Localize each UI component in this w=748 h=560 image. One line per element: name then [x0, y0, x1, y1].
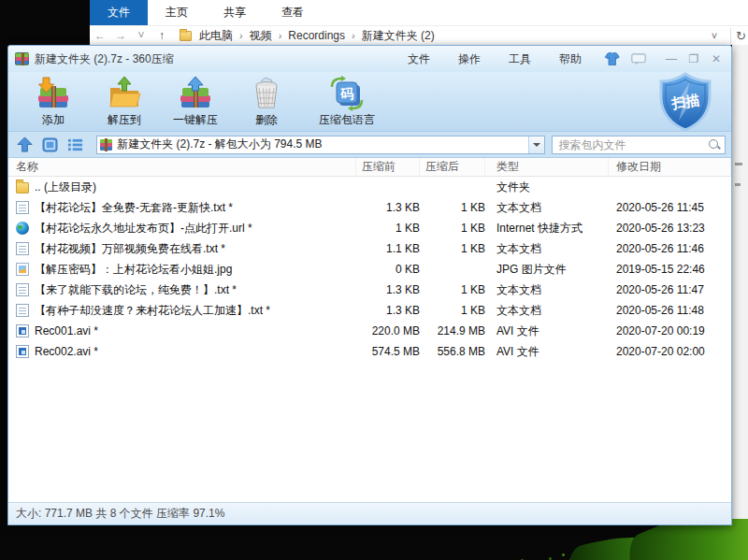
search-input[interactable] [558, 138, 708, 151]
skin-shirt-icon[interactable] [603, 52, 620, 66]
extract-to-icon [107, 76, 142, 111]
file-row[interactable]: 【村花论坛永久地址发布页】-点此打开.url * 1 KB 1 KB Inter… [8, 218, 731, 238]
breadcrumb-item[interactable]: Recordings [288, 29, 345, 42]
size-after: 214.9 MB [420, 324, 485, 337]
file-name: .. (上级目录) [35, 179, 96, 195]
size-after: 1 KB [420, 283, 485, 296]
file-type-icon [16, 283, 29, 296]
add-to-archive-icon [36, 76, 71, 111]
one-click-extract-icon [178, 76, 213, 111]
extract-to-button-label: 解压到 [108, 112, 141, 128]
minimize-icon[interactable]: — [665, 52, 678, 65]
scan-shield-icon: 扫描 [649, 72, 722, 132]
column-header-type[interactable]: 类型 [485, 158, 609, 176]
archive-search-box [552, 136, 726, 154]
status-bar: 大小: 771.7 MB 共 8 个文件 压缩率 97.1% [8, 502, 731, 524]
archive-nav-row: 新建文件夹 (2).7z - 解包大小为 794.5 MB [8, 132, 731, 158]
view-mode-icon[interactable] [41, 136, 60, 153]
extract-to-button[interactable]: 解压到 [91, 75, 158, 129]
add-button[interactable]: 添加 [20, 75, 87, 129]
size-before: 1.3 KB [356, 201, 420, 214]
modified-date: 2019-05-15 22:46 [609, 263, 731, 276]
column-header-after[interactable]: 压缩后 [420, 158, 485, 176]
file-type: 文本文档 [485, 200, 609, 216]
modified-date: 2020-05-26 11:45 [609, 201, 731, 214]
archive-language-button-label: 压缩包语言 [319, 112, 375, 128]
modified-date: 2020-05-26 13:23 [609, 222, 731, 235]
modified-date: 2020-05-26 11:48 [609, 304, 731, 317]
up-arrow-icon[interactable]: ↑ [151, 29, 172, 42]
combobox-dropdown-icon[interactable] [528, 136, 544, 153]
explorer-tab-share[interactable]: 共享 [206, 0, 264, 25]
file-type-icon [16, 201, 29, 214]
maximize-icon[interactable]: ❐ [687, 52, 700, 65]
file-row[interactable]: 【解压密码】：上村花论坛看小姐姐.jpg 0 KB JPG 图片文件 2019-… [8, 259, 731, 280]
explorer-tab-home[interactable]: 主页 [148, 0, 206, 25]
column-header-before[interactable]: 压缩前 [356, 158, 420, 176]
menu-help[interactable]: 帮助 [545, 51, 596, 67]
file-name: 【来了就能下载的论坛，纯免费！】.txt * [35, 282, 237, 298]
scan-button[interactable]: 扫描 [649, 72, 722, 132]
one-click-extract-button[interactable]: 一键解压 [162, 75, 229, 129]
explorer-tab-file[interactable]: 文件 [90, 0, 148, 25]
chevron-down-icon[interactable]: ˅ [712, 30, 717, 41]
breadcrumb-item[interactable]: 此电脑 [199, 28, 233, 44]
forward-arrow-icon[interactable]: → [110, 29, 131, 42]
file-row[interactable]: Rec002.avi * 574.5 MB 556.8 MB AVI 文件 20… [8, 341, 731, 362]
delete-button[interactable]: 删除 [233, 75, 300, 129]
titlebar[interactable]: 新建文件夹 (2).7z - 360压缩 文件 操作 工具 帮助 — ❐ [8, 46, 731, 72]
refresh-icon[interactable]: ↻ [736, 29, 746, 43]
file-type-icon [16, 304, 29, 317]
file-type: Internet 快捷方式 [485, 221, 609, 237]
explorer-tab-view[interactable]: 查看 [264, 0, 322, 25]
delete-button-label: 删除 [255, 112, 278, 128]
size-before: 574.5 MB [356, 345, 420, 358]
folder-icon [180, 31, 192, 41]
size-before: 1.1 KB [356, 242, 420, 255]
toolbar: 添加 解压到 一键解压 [8, 72, 731, 132]
file-type-icon [16, 263, 29, 276]
menu-tools[interactable]: 工具 [495, 51, 545, 67]
file-row[interactable]: 【村花论坛】全免费-无套路-更新快.txt * 1.3 KB 1 KB 文本文档… [8, 197, 731, 218]
search-icon[interactable] [708, 138, 721, 151]
archive-language-button[interactable]: 码 压缩包语言 [304, 75, 390, 129]
breadcrumb-item[interactable]: 新建文件夹 (2) [362, 28, 435, 44]
file-row[interactable]: 【来了就能下载的论坛，纯免费！】.txt * 1.3 KB 1 KB 文本文档 … [8, 280, 731, 300]
size-after: 1 KB [420, 201, 485, 214]
list-header: 名称 压缩前 压缩后 类型 修改日期 [8, 158, 731, 177]
close-icon[interactable]: ✕ [710, 52, 723, 65]
file-row[interactable]: Rec001.avi * 220.0 MB 214.9 MB AVI 文件 20… [8, 321, 731, 341]
column-header-date[interactable]: 修改日期 [609, 158, 731, 176]
size-before: 0 KB [356, 263, 420, 276]
add-button-label: 添加 [42, 112, 65, 128]
file-row[interactable]: 【村花视频】万部视频免费在线看.txt * 1.1 KB 1 KB 文本文档 2… [8, 238, 731, 259]
archive-path-combobox[interactable]: 新建文件夹 (2).7z - 解包大小为 794.5 MB [96, 136, 545, 154]
size-after: 1 KB [420, 242, 485, 255]
modified-date: 2020-07-20 02:00 [609, 345, 731, 358]
menu-action[interactable]: 操作 [444, 51, 495, 67]
back-arrow-icon[interactable]: ← [90, 29, 110, 42]
recent-locations-chevron-icon[interactable]: ˅ [131, 29, 151, 42]
file-name: 【村花论坛永久地址发布页】-点此打开.url * [35, 221, 252, 237]
file-type: AVI 文件 [485, 344, 609, 360]
breadcrumb: 此电脑 › 视频 › Recordings › 新建文件夹 (2) [180, 28, 435, 44]
column-header-name[interactable]: 名称 [8, 158, 356, 176]
modified-date: 2020-05-26 11:47 [609, 283, 731, 296]
size-before: 1.3 KB [356, 304, 420, 317]
list-view-icon[interactable] [65, 136, 84, 153]
breadcrumb-item[interactable]: 视频 [250, 28, 272, 44]
explorer-ribbon: 文件 主页 共享 查看 [90, 0, 748, 25]
feedback-bubble-icon[interactable] [631, 53, 646, 65]
menubar: 文件 操作 工具 帮助 [394, 46, 596, 72]
svg-text:码: 码 [339, 86, 354, 101]
file-type-icon [16, 182, 29, 194]
size-after: 1 KB [420, 304, 485, 317]
file-row[interactable]: .. (上级目录) 文件夹 [8, 177, 731, 197]
explorer-content-sliver [732, 45, 748, 525]
file-name: Rec001.avi * [35, 324, 98, 337]
file-row[interactable]: 【有种子却没速度？来村花论坛人工加速】.txt * 1.3 KB 1 KB 文本… [8, 300, 731, 321]
archive-file-icon [100, 139, 112, 151]
go-up-icon[interactable] [16, 136, 35, 153]
menu-file[interactable]: 文件 [394, 51, 444, 67]
file-type: AVI 文件 [485, 323, 609, 339]
